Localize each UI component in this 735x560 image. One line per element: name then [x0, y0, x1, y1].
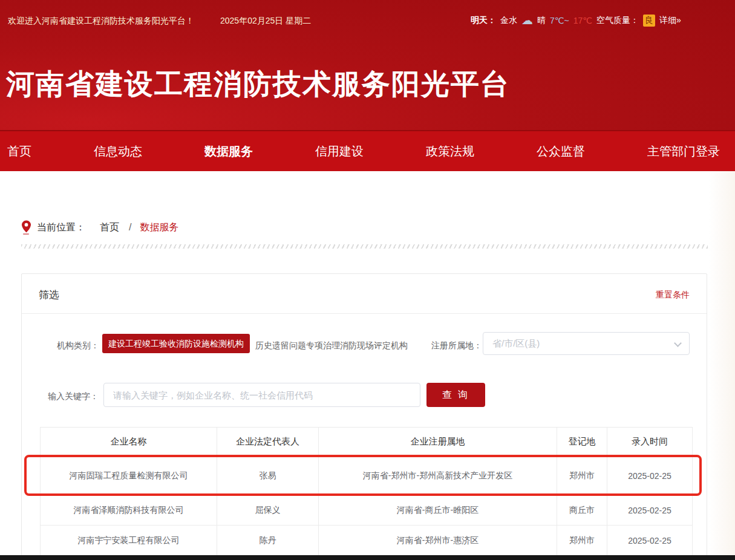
table-row[interactable]: 河南固瑞工程质量检测有限公司 张易 河南省-郑州市-郑州高新技术产业开发区 郑州…: [41, 457, 693, 495]
keyword-input[interactable]: [103, 383, 420, 407]
breadcrumb-separator: /: [129, 222, 131, 233]
region-label: 注册所属地：: [431, 340, 482, 351]
nav-item-dept-login[interactable]: 主管部门登录: [647, 143, 720, 160]
filter-body: 机构类别： 建设工程竣工验收消防设施检测机构 历史遗留问题专项治理消防现场评定机…: [22, 314, 707, 426]
cell-entry-date: 2025-02-25: [607, 457, 693, 495]
weather-condition: 晴: [537, 15, 546, 26]
cell-legal-rep: 陈丹: [217, 526, 319, 556]
site-title: 河南省建设工程消防技术服务阳光平台: [6, 65, 510, 103]
air-quality-label: 空气质量：: [596, 15, 639, 26]
weather-bar: 明天： 金水 ☁ 晴 7℃~ 17℃ 空气质量： 良 详细»: [471, 15, 681, 27]
table-row[interactable]: 河南省泽顺消防科技有限公司 屈保义 河南省-商丘市-睢阳区 商丘市 2025-0…: [41, 495, 693, 526]
breadcrumb-home[interactable]: 首页: [100, 221, 119, 234]
category-option-legacy[interactable]: 历史遗留问题专项治理消防现场评定机构: [255, 340, 408, 351]
cell-registered-address: 河南省-商丘市-睢阳区: [319, 495, 557, 526]
bottom-edge: [0, 555, 735, 560]
cell-company: 河南省泽顺消防科技有限公司: [41, 495, 217, 526]
cell-entry-date: 2025-02-25: [607, 526, 693, 556]
chevron-down-icon: [674, 339, 682, 347]
temp-low: 7℃~: [550, 16, 569, 25]
table-header-row: 企业名称 企业法定代表人 企业注册属地 登记地 录入时间: [41, 428, 693, 457]
main-nav: 首页 信息动态 数据服务 信用建设 政策法规 公众监督 主管部门登录: [0, 130, 735, 171]
weather-detail-link[interactable]: 详细»: [659, 15, 681, 26]
breadcrumb-label: 当前位置：: [37, 221, 85, 234]
col-header-entry-date: 录入时间: [607, 428, 693, 457]
cell-registered-address: 河南省-郑州市-惠济区: [319, 526, 557, 556]
cell-company: 河南宇宁安装工程有限公司: [41, 526, 217, 556]
filter-panel-header: 筛选 重置条件: [22, 274, 707, 314]
category-tag-selected[interactable]: 建设工程竣工验收消防设施检测机构: [102, 334, 250, 353]
tomorrow-label: 明天：: [471, 15, 496, 26]
cell-registration-place: 商丘市: [557, 495, 607, 526]
stripe-divider: [21, 244, 708, 249]
region-select-placeholder: 省/市/区(县): [492, 338, 540, 350]
cell-registration-place: 郑州市: [557, 457, 607, 495]
location-pin-icon: [21, 220, 31, 235]
results-table: 企业名称 企业法定代表人 企业注册属地 登记地 录入时间 河南固瑞工程质量检测有…: [40, 427, 693, 556]
weather-city[interactable]: 金水: [500, 15, 517, 26]
table-row[interactable]: 河南宇宁安装工程有限公司 陈丹 河南省-郑州市-惠济区 郑州市 2025-02-…: [41, 526, 693, 556]
reset-filters-button[interactable]: 重置条件: [656, 290, 690, 301]
date-text: 2025年02月25日 星期二: [220, 16, 311, 27]
air-quality-badge: 良: [643, 15, 655, 27]
category-label: 机构类别：: [57, 340, 99, 351]
right-edge-strip: [709, 171, 735, 555]
nav-item-data-service[interactable]: 数据服务: [204, 143, 253, 160]
cell-registration-place: 郑州市: [557, 526, 607, 556]
region-select[interactable]: 省/市/区(县): [483, 332, 690, 355]
nav-item-credit[interactable]: 信用建设: [315, 143, 364, 160]
welcome-text: 欢迎进入河南省建设工程消防技术服务阳光平台！: [8, 16, 194, 27]
temp-high: 17℃: [573, 16, 592, 25]
filter-title: 筛选: [39, 288, 59, 302]
col-header-registration-place: 登记地: [557, 428, 607, 457]
page: 欢迎进入河南省建设工程消防技术服务阳光平台！ 2025年02月25日 星期二 明…: [0, 0, 735, 560]
cell-legal-rep: 张易: [217, 457, 319, 495]
cell-entry-date: 2025-02-25: [607, 495, 693, 526]
nav-item-home[interactable]: 首页: [7, 143, 31, 160]
nav-item-policy[interactable]: 政策法规: [426, 143, 474, 160]
col-header-legal-rep: 企业法定代表人: [217, 428, 319, 457]
cloud-icon: ☁: [521, 16, 533, 25]
breadcrumb-current: 数据服务: [140, 221, 178, 234]
cell-legal-rep: 屈保义: [217, 495, 319, 526]
col-header-registered-address: 企业注册属地: [319, 428, 557, 457]
cell-company: 河南固瑞工程质量检测有限公司: [41, 457, 217, 495]
hero-banner: 欢迎进入河南省建设工程消防技术服务阳光平台！ 2025年02月25日 星期二 明…: [0, 0, 735, 130]
breadcrumb: 当前位置： 首页 / 数据服务: [21, 218, 178, 237]
keyword-label: 输入关键字：: [48, 391, 99, 402]
search-button[interactable]: 查 询: [426, 383, 485, 407]
col-header-company: 企业名称: [41, 428, 217, 457]
nav-item-news[interactable]: 信息动态: [94, 143, 142, 160]
cell-registered-address: 河南省-郑州市-郑州高新技术产业开发区: [319, 457, 557, 495]
nav-item-supervision[interactable]: 公众监督: [537, 143, 585, 160]
filter-panel: 筛选 重置条件 机构类别： 建设工程竣工验收消防设施检测机构 历史遗留问题专项治…: [21, 273, 707, 560]
